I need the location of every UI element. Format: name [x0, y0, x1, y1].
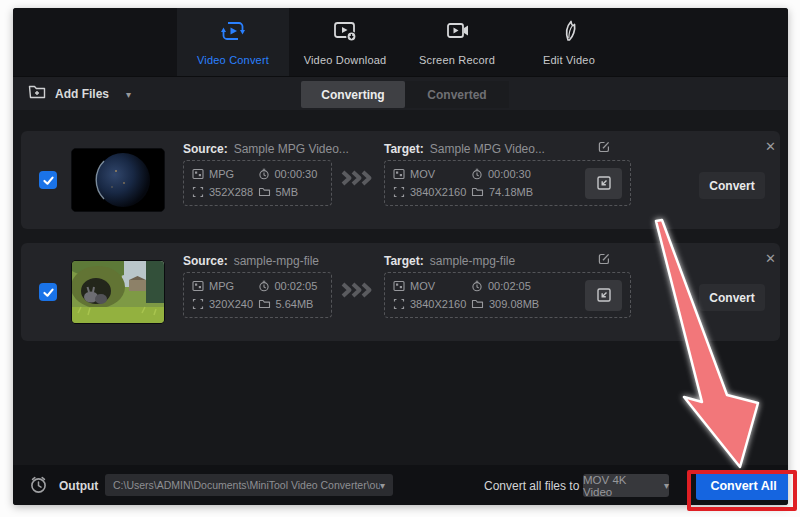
size-icon	[471, 298, 484, 310]
target-size: 74.18MB	[471, 186, 578, 198]
source-duration: 00:00:30	[258, 168, 324, 180]
row1-source-title: Source: Sample MPG Video...	[183, 142, 349, 156]
nav-label: Edit Video	[543, 54, 595, 66]
tab-screen-record[interactable]: Screen Record	[401, 8, 513, 76]
target-name: sample-mpg-file	[430, 254, 515, 268]
edit-icon	[597, 140, 611, 154]
row1-source-info: MPG 00:00:30 352X288	[183, 160, 332, 206]
source-resolution: 352X288	[192, 186, 258, 198]
row2-target-title: Target: sample-mpg-file	[384, 254, 515, 268]
target-resolution: 3840X2160	[393, 186, 471, 198]
row1-remove-button[interactable]: ✕	[765, 139, 776, 154]
resolution-icon	[192, 186, 204, 198]
top-nav-bar: Video Convert Video Download	[13, 8, 788, 76]
row1-choose-format-button[interactable]	[585, 168, 622, 199]
convert-state-tabs: Converting Converted	[301, 81, 509, 108]
size-icon	[471, 186, 484, 198]
row2-convert-button[interactable]: Convert	[699, 284, 765, 311]
screen-record-icon	[444, 19, 470, 47]
nav-label: Video Download	[304, 54, 387, 66]
select-target-icon	[596, 287, 612, 303]
nav-label: Screen Record	[419, 54, 495, 66]
row2-choose-format-button[interactable]	[585, 280, 622, 311]
video-convert-icon	[220, 19, 246, 47]
size-icon	[258, 298, 271, 310]
clock-icon	[471, 168, 483, 180]
add-files-label: Add Files	[55, 87, 109, 101]
output-format-value: MOV 4K Video	[583, 474, 657, 498]
check-icon	[42, 174, 55, 187]
chevron-down-icon: ▾	[380, 480, 385, 491]
nav-label: Video Convert	[197, 54, 269, 66]
target-format: MOV	[393, 280, 471, 292]
row2-remove-button[interactable]: ✕	[765, 251, 776, 266]
resolution-icon	[393, 186, 405, 198]
tab-edit-video[interactable]: Edit Video	[513, 8, 625, 76]
tab-video-download[interactable]: Video Download	[289, 8, 401, 76]
bottom-bar: Output C:\Users\ADMIN\Documents\MiniTool…	[13, 465, 788, 505]
source-size: 5.64MB	[258, 298, 324, 310]
target-resolution: 3840X2160	[393, 298, 471, 310]
clock-icon	[471, 280, 483, 292]
output-path-dropdown[interactable]: C:\Users\ADMIN\Documents\MiniTool Video …	[105, 474, 393, 496]
tab-converted[interactable]: Converted	[405, 81, 509, 108]
main-nav: Video Convert Video Download	[177, 8, 625, 76]
target-duration: 00:02:05	[471, 280, 578, 292]
source-label: Source:	[183, 142, 228, 156]
source-name: Sample MPG Video...	[234, 142, 349, 156]
row2-checkbox[interactable]	[39, 283, 57, 301]
convert-direction-icon	[340, 281, 374, 303]
convert-all-button[interactable]: Convert All	[696, 471, 788, 500]
target-label: Target:	[384, 254, 424, 268]
target-name: Sample MPG Video...	[430, 142, 545, 156]
add-files-icon	[28, 84, 46, 104]
resolution-icon	[393, 298, 405, 310]
file-list: Source: Sample MPG Video... MPG 00:	[13, 110, 788, 465]
output-label: Output	[59, 479, 98, 493]
source-format: MPG	[192, 280, 258, 292]
target-duration: 00:00:30	[471, 168, 578, 180]
resolution-icon	[192, 298, 204, 310]
format-icon	[393, 280, 405, 292]
edit-video-icon	[556, 19, 582, 47]
row2-target-info: MOV 00:02:05	[384, 272, 631, 318]
source-name: sample-mpg-file	[234, 254, 319, 268]
output-path-value: C:\Users\ADMIN\Documents\MiniTool Video …	[113, 479, 380, 491]
chevron-down-icon[interactable]: ▾	[126, 89, 131, 100]
tab-video-convert[interactable]: Video Convert	[177, 8, 289, 76]
row1-convert-button[interactable]: Convert	[699, 172, 765, 199]
video-download-icon	[332, 19, 358, 47]
schedule-icon[interactable]	[28, 474, 49, 499]
target-format: MOV	[393, 168, 471, 180]
row1-thumbnail-earth	[71, 148, 165, 212]
output-format-dropdown[interactable]: MOV 4K Video ▾	[583, 474, 669, 497]
file-toolbar: Add Files ▾ Converting Converted	[13, 76, 788, 110]
convert-direction-icon	[340, 169, 374, 191]
app-window: Video Convert Video Download	[13, 8, 788, 505]
convert-all-files-to-label: Convert all files to	[484, 479, 579, 493]
row2-rename-button[interactable]	[597, 252, 611, 269]
target-label: Target:	[384, 142, 424, 156]
row1-checkbox[interactable]	[39, 171, 57, 189]
select-target-icon	[596, 175, 612, 191]
format-icon	[393, 168, 405, 180]
file-row-1: Source: Sample MPG Video... MPG 00:	[21, 131, 780, 229]
source-format: MPG	[192, 168, 258, 180]
size-icon	[258, 186, 271, 198]
chevron-down-icon: ▾	[664, 480, 669, 491]
file-row-2: Source: sample-mpg-file MPG 00:02:0	[21, 243, 780, 341]
edit-icon	[597, 252, 611, 266]
row1-rename-button[interactable]	[597, 140, 611, 157]
clock-icon	[258, 168, 270, 180]
format-icon	[192, 168, 204, 180]
clock-icon	[258, 280, 270, 292]
tab-converting[interactable]: Converting	[301, 81, 405, 108]
target-size: 309.08MB	[471, 298, 578, 310]
add-files-button[interactable]: Add Files ▾	[28, 83, 131, 105]
row1-target-title: Target: Sample MPG Video...	[384, 142, 545, 156]
check-icon	[42, 286, 55, 299]
format-icon	[192, 280, 204, 292]
source-duration: 00:02:05	[258, 280, 324, 292]
row2-source-info: MPG 00:02:05 320X240	[183, 272, 332, 318]
source-label: Source:	[183, 254, 228, 268]
